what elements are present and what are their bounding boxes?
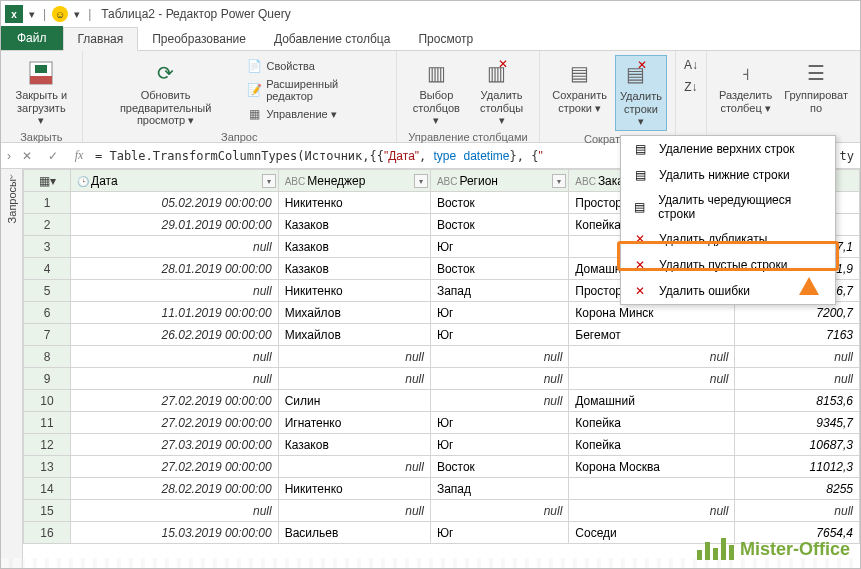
table-cell[interactable] — [569, 478, 735, 500]
table-cell[interactable]: null — [278, 346, 430, 368]
choose-columns-button[interactable]: ▥ Выбор столбцов ▾ — [405, 55, 468, 129]
column-header-date[interactable]: 🕒Дата▾ — [71, 170, 279, 192]
row-number[interactable]: 8 — [24, 346, 71, 368]
table-cell[interactable]: 10687,3 — [735, 434, 860, 456]
row-number[interactable]: 3 — [24, 236, 71, 258]
menu-remove-blank-rows[interactable]: ✕Удалить пустые строки — [621, 252, 835, 278]
table-cell[interactable]: 11012,3 — [735, 456, 860, 478]
table-cell[interactable]: Запад — [430, 280, 568, 302]
table-cell[interactable]: Восток — [430, 456, 568, 478]
table-cell[interactable]: Силин — [278, 390, 430, 412]
row-number[interactable]: 12 — [24, 434, 71, 456]
properties-button[interactable]: 📄Свойства — [245, 57, 317, 75]
table-cell[interactable]: Запад — [430, 478, 568, 500]
table-row[interactable]: 1227.03.2019 00:00:00КазаковЮгКопейка106… — [24, 434, 860, 456]
refresh-preview-button[interactable]: ⟳ Обновить предварительный просмотр ▾ — [91, 55, 241, 129]
table-cell[interactable]: 26.02.2019 00:00:00 — [71, 324, 279, 346]
table-cell[interactable]: 9345,7 — [735, 412, 860, 434]
table-cell[interactable]: Юг — [430, 236, 568, 258]
table-cell[interactable]: Никитенко — [278, 192, 430, 214]
row-number[interactable]: 6 — [24, 302, 71, 324]
table-cell[interactable]: Юг — [430, 522, 568, 544]
table-cell[interactable]: Юг — [430, 412, 568, 434]
row-number[interactable]: 11 — [24, 412, 71, 434]
table-cell[interactable]: null — [430, 368, 568, 390]
table-cell[interactable]: 28.01.2019 00:00:00 — [71, 258, 279, 280]
table-row[interactable]: 726.02.2019 00:00:00МихайловЮгБегемот716… — [24, 324, 860, 346]
split-column-button[interactable]: ⫞ Разделить столбец ▾ — [715, 55, 776, 116]
table-cell[interactable]: Никитенко — [278, 478, 430, 500]
table-row[interactable]: 1127.02.2019 00:00:00ИгнатенкоЮгКопейка9… — [24, 412, 860, 434]
table-cell[interactable]: 27.02.2019 00:00:00 — [71, 390, 279, 412]
table-row[interactable]: 9nullnullnullnullnull — [24, 368, 860, 390]
menu-remove-top-rows[interactable]: ▤Удаление верхних строк — [621, 136, 835, 162]
filter-dropdown-icon[interactable]: ▾ — [262, 174, 276, 188]
remove-rows-button[interactable]: ▤✕ Удалить строки ▾ — [615, 55, 667, 131]
menu-remove-errors[interactable]: ✕Удалить ошибки — [621, 278, 835, 304]
table-cell[interactable]: 27.03.2019 00:00:00 — [71, 434, 279, 456]
table-cell[interactable]: Казаков — [278, 214, 430, 236]
fx-cancel-button[interactable]: ✕ — [17, 149, 37, 163]
column-header-region[interactable]: ABCРегион▾ — [430, 170, 568, 192]
table-cell[interactable]: Корона Москва — [569, 456, 735, 478]
manage-button[interactable]: ▦Управление ▾ — [245, 105, 339, 123]
row-number[interactable]: 4 — [24, 258, 71, 280]
table-cell[interactable]: null — [71, 346, 279, 368]
column-header-manager[interactable]: ABCМенеджер▾ — [278, 170, 430, 192]
table-cell[interactable]: null — [569, 368, 735, 390]
tab-transform[interactable]: Преобразование — [138, 28, 260, 50]
table-corner[interactable]: ▦▾ — [24, 170, 71, 192]
table-cell[interactable]: null — [278, 368, 430, 390]
queries-pane[interactable]: › Запросы — [1, 169, 23, 568]
keep-rows-button[interactable]: ▤ Сохранить строки ▾ — [548, 55, 611, 131]
group-by-button[interactable]: ☰ Группироват по — [780, 55, 852, 116]
table-row[interactable]: 1027.02.2019 00:00:00СилинnullДомашний81… — [24, 390, 860, 412]
row-number[interactable]: 7 — [24, 324, 71, 346]
menu-remove-alternate-rows[interactable]: ▤Удалить чередующиеся строки — [621, 188, 835, 226]
table-cell[interactable]: null — [430, 346, 568, 368]
row-number[interactable]: 15 — [24, 500, 71, 522]
table-cell[interactable]: Копейка — [569, 412, 735, 434]
table-cell[interactable]: null — [71, 500, 279, 522]
qat-dropdown[interactable]: ▾ — [25, 8, 39, 21]
row-number[interactable]: 1 — [24, 192, 71, 214]
table-cell[interactable]: 8255 — [735, 478, 860, 500]
table-cell[interactable]: Домашний — [569, 390, 735, 412]
row-number[interactable]: 10 — [24, 390, 71, 412]
chevron-right-icon[interactable]: › — [7, 149, 11, 163]
table-cell[interactable]: Восток — [430, 192, 568, 214]
row-number[interactable]: 13 — [24, 456, 71, 478]
table-cell[interactable]: null — [569, 346, 735, 368]
table-cell[interactable]: Михайлов — [278, 324, 430, 346]
table-cell[interactable]: Казаков — [278, 236, 430, 258]
row-number[interactable]: 5 — [24, 280, 71, 302]
table-cell[interactable]: null — [430, 500, 568, 522]
row-number[interactable]: 2 — [24, 214, 71, 236]
sort-desc-button[interactable]: Z↓ — [682, 79, 699, 95]
tab-file[interactable]: Файл — [1, 26, 63, 50]
qat-dropdown2[interactable]: ▾ — [70, 8, 84, 21]
filter-dropdown-icon[interactable]: ▾ — [552, 174, 566, 188]
row-number[interactable]: 16 — [24, 522, 71, 544]
fx-icon[interactable]: fx — [69, 148, 89, 163]
table-cell[interactable]: null — [430, 390, 568, 412]
menu-remove-duplicates[interactable]: ✕Удалить дубликаты — [621, 226, 835, 252]
table-cell[interactable]: 11.01.2019 00:00:00 — [71, 302, 279, 324]
table-cell[interactable]: null — [735, 500, 860, 522]
close-and-load-button[interactable]: Закрыть и загрузить ▾ — [9, 55, 74, 129]
table-cell[interactable]: 15.03.2019 00:00:00 — [71, 522, 279, 544]
table-cell[interactable]: 8153,6 — [735, 390, 860, 412]
table-cell[interactable]: 27.02.2019 00:00:00 — [71, 456, 279, 478]
table-cell[interactable]: 05.02.2019 00:00:00 — [71, 192, 279, 214]
table-cell[interactable]: Юг — [430, 302, 568, 324]
table-cell[interactable]: Копейка — [569, 434, 735, 456]
table-row[interactable]: 1428.02.2019 00:00:00НикитенкоЗапад8255 — [24, 478, 860, 500]
table-cell[interactable]: null — [71, 368, 279, 390]
row-number[interactable]: 14 — [24, 478, 71, 500]
table-cell[interactable]: Игнатенко — [278, 412, 430, 434]
filter-dropdown-icon[interactable]: ▾ — [414, 174, 428, 188]
table-cell[interactable]: null — [71, 280, 279, 302]
table-cell[interactable]: null — [278, 500, 430, 522]
table-cell[interactable]: Казаков — [278, 434, 430, 456]
fx-accept-button[interactable]: ✓ — [43, 149, 63, 163]
